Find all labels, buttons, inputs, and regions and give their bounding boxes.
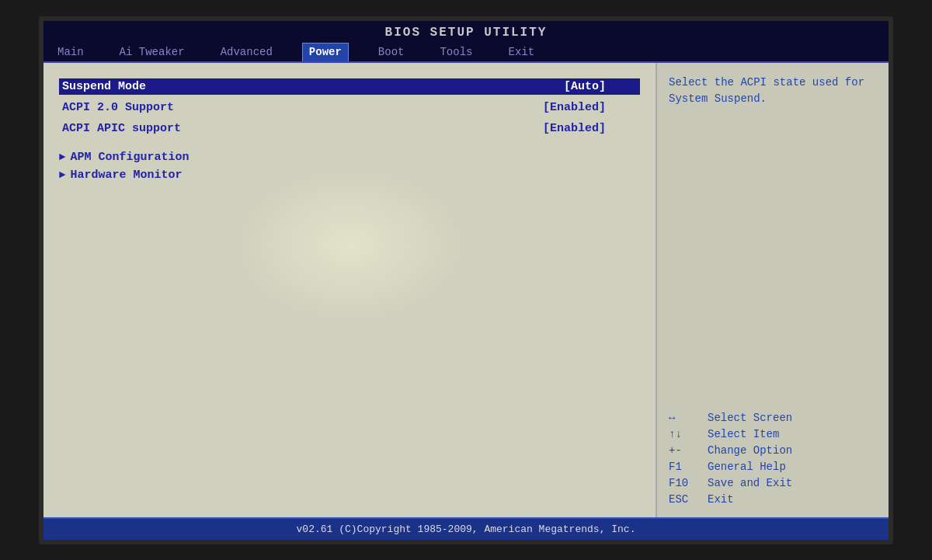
submenus-section: ► APM Configuration ► Hardware Monitor — [59, 151, 640, 182]
key-symbol-esc: ESC — [669, 493, 700, 506]
submenu-apm[interactable]: ► APM Configuration — [59, 151, 640, 164]
acpi2-value: [Enabled] — [543, 101, 606, 114]
footer: v02.61 (C)Copyright 1985-2009, American … — [43, 517, 889, 540]
key-row-esc: ESC Exit — [669, 493, 877, 506]
key-row-general-help: F1 General Help — [669, 461, 877, 473]
key-symbol-arrows: ↔ — [669, 412, 700, 424]
menu-item-acpi2[interactable]: ACPI 2.0 Support [Enabled] — [59, 99, 640, 116]
bios-screen: BIOS SETUP UTILITY Main Ai Tweaker Advan… — [39, 16, 893, 544]
key-desc-esc: Exit — [708, 493, 734, 506]
suspend-mode-value: [Auto] — [564, 80, 606, 93]
menu-item-suspend-mode[interactable]: Suspend Mode [Auto] — [59, 78, 640, 95]
left-panel: Suspend Mode [Auto] ACPI 2.0 Support [En… — [43, 63, 656, 517]
nav-ai-tweaker[interactable]: Ai Tweaker — [113, 43, 191, 61]
bios-title: BIOS SETUP UTILITY — [43, 21, 889, 41]
nav-main[interactable]: Main — [51, 43, 90, 61]
nav-power[interactable]: Power — [302, 43, 349, 61]
key-desc-general-help: General Help — [708, 461, 786, 473]
apm-label: APM Configuration — [70, 151, 189, 164]
apm-arrow-icon: ► — [59, 151, 65, 163]
hw-monitor-label: Hardware Monitor — [70, 169, 182, 182]
submenu-hardware-monitor[interactable]: ► Hardware Monitor — [59, 169, 640, 182]
suspend-mode-label: Suspend Mode — [62, 80, 146, 93]
right-panel: Select the ACPI state used for System Su… — [656, 63, 889, 517]
nav-bar: Main Ai Tweaker Advanced Power Boot Tool… — [43, 41, 889, 63]
help-text: Select the ACPI state used for System Su… — [669, 75, 877, 107]
key-help-section: ↔ Select Screen ↑↓ Select Item +- Change… — [669, 412, 877, 510]
nav-tools[interactable]: Tools — [433, 43, 478, 61]
key-desc-save-exit: Save and Exit — [708, 477, 792, 489]
key-desc-select-screen: Select Screen — [708, 412, 792, 424]
key-symbol-plusminus: +- — [669, 444, 700, 457]
key-desc-change-option: Change Option — [708, 444, 792, 457]
key-symbol-f10: F10 — [669, 477, 700, 489]
key-desc-select-item: Select Item — [708, 428, 779, 440]
key-row-select-item: ↑↓ Select Item — [669, 428, 877, 440]
nav-boot[interactable]: Boot — [372, 43, 411, 61]
key-row-save-exit: F10 Save and Exit — [669, 477, 877, 489]
acpi-apic-label: ACPI APIC support — [62, 122, 181, 135]
hw-monitor-arrow-icon: ► — [59, 169, 65, 181]
title-text: BIOS SETUP UTILITY — [385, 26, 548, 40]
content-area: Suspend Mode [Auto] ACPI 2.0 Support [En… — [43, 63, 889, 517]
key-row-change-option: +- Change Option — [669, 444, 877, 457]
menu-items-section: Suspend Mode [Auto] ACPI 2.0 Support [En… — [59, 78, 640, 182]
acpi2-label: ACPI 2.0 Support — [62, 101, 174, 114]
key-row-select-screen: ↔ Select Screen — [669, 412, 877, 424]
nav-exit[interactable]: Exit — [502, 43, 541, 61]
footer-text: v02.61 (C)Copyright 1985-2009, American … — [297, 523, 636, 535]
key-symbol-updown: ↑↓ — [669, 428, 700, 440]
nav-advanced[interactable]: Advanced — [214, 43, 279, 61]
acpi-apic-value: [Enabled] — [543, 122, 606, 135]
key-symbol-f1: F1 — [669, 461, 700, 473]
menu-item-acpi-apic[interactable]: ACPI APIC support [Enabled] — [59, 120, 640, 137]
